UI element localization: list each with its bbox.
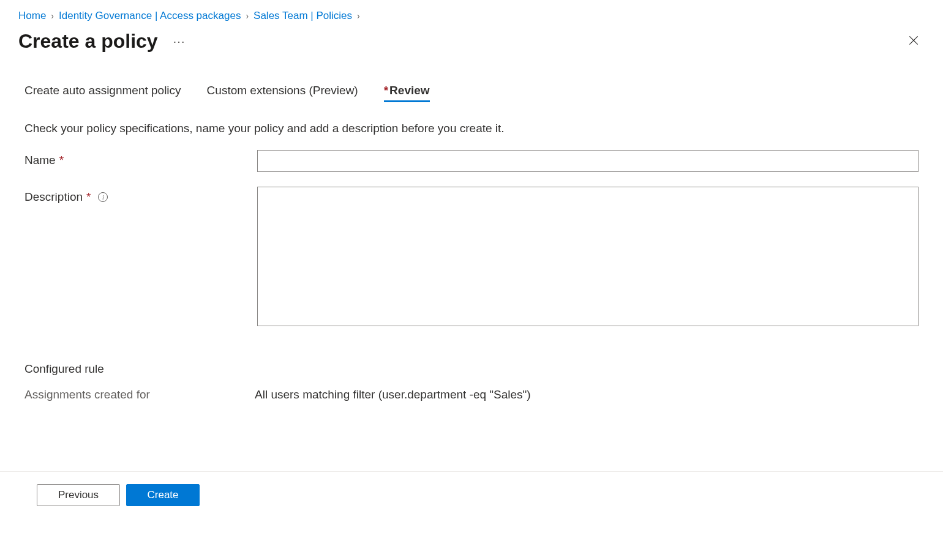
configured-rule-header: Configured rule [24, 362, 919, 376]
required-indicator: * [86, 190, 91, 204]
info-icon[interactable]: i [98, 192, 108, 202]
assignments-label: Assignments created for [24, 388, 255, 401]
assignments-value: All users matching filter (user.departme… [255, 388, 531, 401]
page-header: Create a policy ⋯ [0, 27, 943, 65]
tab-create-auto-assignment[interactable]: Create auto assignment policy [24, 84, 181, 102]
tab-label: Custom extensions (Preview) [207, 84, 358, 97]
description-textarea[interactable] [257, 187, 919, 326]
name-input[interactable] [257, 150, 919, 172]
create-button[interactable]: Create [126, 484, 200, 506]
breadcrumb-sales-team-policies[interactable]: Sales Team | Policies [254, 10, 352, 22]
chevron-right-icon: › [246, 11, 249, 21]
required-indicator: * [59, 154, 64, 167]
summary-row-assignments: Assignments created for All users matchi… [24, 388, 919, 401]
chevron-right-icon: › [357, 11, 360, 21]
footer: Previous Create [0, 471, 943, 518]
form-row-description: Description * i [24, 187, 919, 328]
label-text: Description [24, 190, 83, 204]
breadcrumb-home[interactable]: Home [18, 10, 46, 22]
main-content: Create auto assignment policy Custom ext… [0, 65, 943, 401]
label-text: Name [24, 154, 56, 167]
breadcrumb-identity-governance[interactable]: Identity Governance | Access packages [59, 10, 241, 22]
tab-review[interactable]: *Review [384, 84, 430, 102]
previous-button[interactable]: Previous [37, 484, 120, 506]
breadcrumb: Home › Identity Governance | Access pack… [0, 0, 943, 27]
tabs: Create auto assignment policy Custom ext… [24, 84, 919, 102]
tab-label: Create auto assignment policy [24, 84, 181, 97]
tab-label: Review [389, 84, 429, 97]
description-label: Description * i [24, 187, 257, 204]
chevron-right-icon: › [51, 11, 54, 21]
more-icon[interactable]: ⋯ [170, 32, 189, 51]
intro-text: Check your policy specifications, name y… [24, 122, 919, 135]
name-label: Name * [24, 150, 257, 167]
page-title: Create a policy [18, 30, 158, 53]
tab-custom-extensions[interactable]: Custom extensions (Preview) [207, 84, 358, 102]
close-icon [907, 34, 920, 47]
form-row-name: Name * [24, 150, 919, 172]
required-indicator: * [384, 84, 388, 97]
close-button[interactable] [903, 29, 925, 53]
